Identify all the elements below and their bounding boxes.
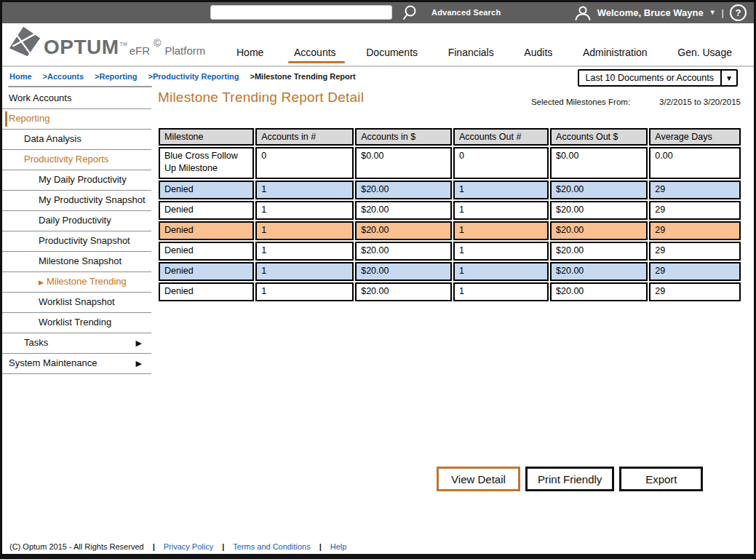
table-cell: Denied — [159, 201, 254, 220]
table-row-7[interactable]: Denied1$20.001$20.0029 — [159, 282, 741, 301]
table-cell: Denied — [159, 262, 254, 281]
nav-tab-home[interactable]: Home — [236, 47, 263, 58]
footer-link-privacy-policy[interactable]: Privacy Policy — [164, 542, 213, 551]
logo-platform: Platform — [164, 44, 205, 57]
sidebar-item-label: Productivity Reports — [24, 154, 108, 164]
nav-tab-administration[interactable]: Administration — [583, 47, 648, 58]
table-cell: 0 — [255, 147, 354, 179]
sidebar-item-label: Data Analysis — [24, 133, 81, 144]
sidebar-item-label: Work Accounts — [9, 92, 71, 103]
breadcrumb-row: Home>Accounts>Reporting>Productivity Rep… — [2, 67, 754, 89]
table-cell: $20.00 — [355, 262, 452, 281]
optum-logo: OPTUM TM eFR © Platform — [8, 25, 205, 58]
footer-divider: | — [153, 542, 155, 551]
table-row-5[interactable]: Denied1$20.001$20.0029 — [159, 242, 741, 261]
export-button[interactable]: Export — [619, 467, 703, 491]
topbar-divider: | — [722, 7, 724, 18]
welcome-text[interactable]: Welcome, Bruce Wayne — [597, 7, 704, 18]
table-cell: 29 — [649, 181, 741, 199]
sidebar-item-worklist-snapshot[interactable]: Worklist Snapshot — [2, 293, 151, 313]
table-cell: 29 — [649, 242, 741, 261]
expand-arrow-icon[interactable]: ▶ — [136, 354, 142, 373]
nav-tab-accounts[interactable]: Accounts — [294, 47, 336, 58]
logo-copyright-icon: © — [154, 37, 161, 49]
sidebar-item-data-analysis[interactable]: Data Analysis — [2, 130, 151, 150]
search-input[interactable] — [210, 5, 392, 20]
column-header-average-days: Average Days — [649, 128, 741, 146]
column-header-accounts-in: Accounts in $ — [355, 128, 452, 146]
view-detail-button[interactable]: View Detail — [437, 467, 520, 491]
table-cell: 1 — [255, 262, 354, 281]
footer-link-help[interactable]: Help — [330, 542, 347, 551]
table-cell: $20.00 — [355, 201, 452, 220]
dropdown-arrow-icon[interactable]: ▼ — [720, 71, 736, 85]
user-icon — [574, 5, 592, 21]
sidebar-item-label: Worklist Trending — [39, 317, 111, 328]
footer-copyright: (C) Optum 2015 - All Rights Reserved — [9, 542, 144, 551]
table-cell: $20.00 — [550, 201, 648, 220]
sidebar-item-system-maintenance[interactable]: System Maintenance▶ — [2, 354, 151, 374]
table-row-4[interactable]: Denied1$20.001$20.0029 — [159, 221, 741, 240]
sidebar-menu: Work AccountsReportingData AnalysisProdu… — [2, 89, 151, 374]
table-row-2[interactable]: Denied1$20.001$20.0029 — [159, 181, 741, 199]
sidebar-item-milestone-trending[interactable]: ▶Milestone Trending — [2, 272, 151, 293]
table-cell: 1 — [255, 201, 354, 220]
table-row-1[interactable]: Blue Cross Follow Up Milestone0$0.000$0.… — [159, 147, 741, 179]
table-cell: $20.00 — [550, 282, 648, 301]
table-cell: 0 — [453, 147, 549, 179]
sidebar-item-label: Milestone Snapshot — [39, 255, 122, 266]
nav-tab-documents[interactable]: Documents — [366, 47, 418, 58]
table-cell: 1 — [453, 242, 549, 261]
page-title: Milestone Trending Report Detail — [158, 90, 364, 106]
sidebar-item-my-daily-productivity[interactable]: My Daily Productivity — [2, 170, 151, 191]
sidebar-item-my-productivity-snapshot[interactable]: My Productivity Snapshot — [2, 191, 151, 211]
footer-divider: | — [222, 542, 224, 551]
table-cell: 1 — [453, 221, 549, 240]
breadcrumb-productivity-reporting[interactable]: >Productivity Reporting — [148, 72, 239, 81]
advanced-search-link[interactable]: Advanced Search — [431, 2, 501, 23]
sidebar-item-productivity-snapshot[interactable]: Productivity Snapshot — [2, 231, 151, 252]
footer-divider: | — [319, 542, 322, 551]
table-cell: 1 — [255, 181, 354, 199]
print-friendly-button[interactable]: Print Friendly — [525, 467, 614, 491]
help-icon[interactable]: ? — [730, 4, 747, 21]
expand-arrow-icon[interactable]: ▶ — [136, 333, 142, 352]
sidebar-item-reporting[interactable]: Reporting — [2, 109, 151, 130]
sidebar-item-label: Reporting — [9, 113, 49, 124]
table-cell: 1 — [255, 242, 354, 261]
nav-tab-audits[interactable]: Audits — [524, 47, 552, 58]
recent-items-dropdown[interactable]: Last 10 Documents or Accounts ▼ — [578, 69, 738, 87]
column-header-accounts-out: Accounts Out # — [453, 128, 549, 146]
nav-tab-financials[interactable]: Financials — [448, 47, 494, 58]
breadcrumb: Home>Accounts>Reporting>Productivity Rep… — [9, 72, 356, 81]
breadcrumb-accounts[interactable]: >Accounts — [43, 72, 84, 81]
table-cell: 1 — [255, 282, 354, 301]
nav-tab-gen-usage[interactable]: Gen. Usage — [677, 47, 732, 58]
sidebar-item-label: Daily Productivity — [39, 215, 111, 226]
sidebar-item-daily-productivity[interactable]: Daily Productivity — [2, 211, 151, 231]
date-range-value: 3/2/2015 to 3/20/2015 — [659, 98, 741, 106]
table-cell: Denied — [159, 221, 254, 240]
table-cell: 1 — [453, 181, 549, 199]
search-icon[interactable] — [401, 4, 420, 23]
table-row-6[interactable]: Denied1$20.001$20.0029 — [159, 262, 741, 281]
sidebar-item-work-accounts[interactable]: Work Accounts — [2, 89, 151, 109]
sidebar-item-productivity-reports[interactable]: Productivity Reports — [2, 150, 151, 170]
top-bar: Advanced Search Welcome, Bruce Wayne ▼ |… — [2, 2, 754, 23]
table-cell: Denied — [159, 181, 254, 199]
table-header-row: MilestoneAccounts in #Accounts in $Accou… — [159, 128, 741, 146]
table-body: Blue Cross Follow Up Milestone0$0.000$0.… — [159, 147, 741, 301]
table-cell: Denied — [159, 242, 254, 261]
sidebar-item-worklist-trending[interactable]: Worklist Trending — [2, 313, 151, 333]
table-cell: $20.00 — [355, 242, 452, 261]
report-table: MilestoneAccounts in #Accounts in $Accou… — [157, 127, 742, 303]
logo-tm: TM — [120, 41, 127, 47]
breadcrumb-home[interactable]: Home — [9, 72, 32, 81]
sidebar-item-milestone-snapshot[interactable]: Milestone Snapshot — [2, 252, 151, 272]
sidebar-item-tasks[interactable]: Tasks▶ — [2, 333, 151, 354]
breadcrumb-reporting[interactable]: >Reporting — [95, 72, 137, 81]
table-row-3[interactable]: Denied1$20.001$20.0029 — [159, 201, 741, 220]
footer-link-terms-and-conditions[interactable]: Terms and Conditions — [233, 542, 310, 551]
user-menu-caret-icon[interactable]: ▼ — [709, 9, 716, 16]
table-cell: $20.00 — [355, 181, 452, 199]
